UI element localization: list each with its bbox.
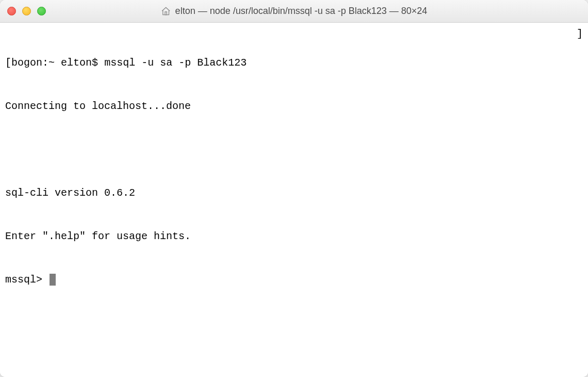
active-prompt-line[interactable]: mssql> [5,273,583,287]
prompt-right-bracket: ] [577,27,583,41]
maximize-button[interactable] [37,7,46,15]
output-line: Connecting to localhost...done [5,99,583,114]
terminal-body[interactable]: [bogon:~ elton$ mssql -u sa -p Black123]… [0,23,588,377]
home-icon [161,6,171,17]
terminal-window: elton — node /usr/local/bin/mssql -u sa … [0,0,588,377]
mssql-prompt: mssql> [5,274,42,286]
prompt-user: elton [61,57,92,69]
command-text: mssql -u sa -p Black123 [104,57,247,69]
window-title: elton — node /usr/local/bin/mssql -u sa … [161,6,428,17]
output-line: sql-cli version 0.6.2 [5,186,583,200]
output-line: Enter ".help" for usage hints. [5,229,583,244]
prompt-line: [bogon:~ elton$ mssql -u sa -p Black123] [5,56,583,70]
title-text: elton — node /usr/local/bin/mssql -u sa … [175,6,428,17]
prompt-left-bracket: [ [5,57,11,69]
close-button[interactable] [7,7,16,15]
prompt-host: bogon [11,57,42,69]
prompt-char: $ [92,57,98,69]
cursor [50,274,56,286]
output-line [5,143,583,157]
svg-rect-0 [165,11,167,14]
prompt-path: ~ [48,57,55,69]
traffic-lights [7,7,46,15]
minimize-button[interactable] [22,7,31,15]
title-bar[interactable]: elton — node /usr/local/bin/mssql -u sa … [0,0,588,23]
